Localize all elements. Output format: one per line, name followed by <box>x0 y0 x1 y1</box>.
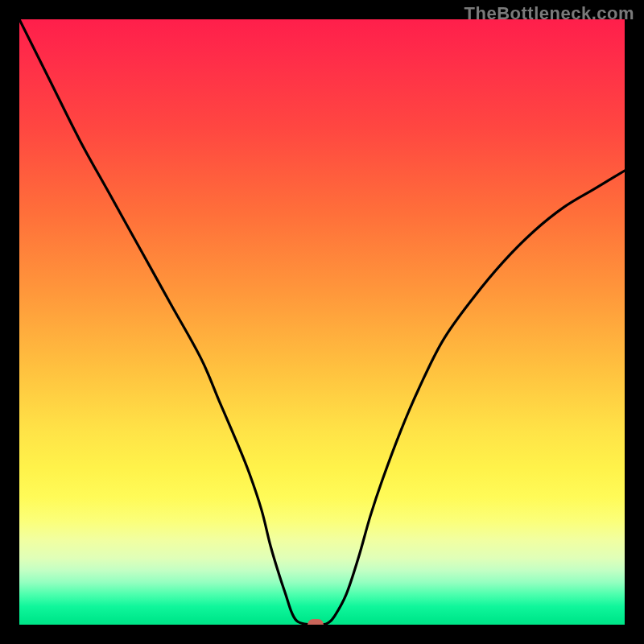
plot-area <box>19 19 625 625</box>
optimal-marker <box>308 619 324 625</box>
bottleneck-curve <box>19 19 625 625</box>
watermark-text: TheBottleneck.com <box>464 3 634 24</box>
curve-svg <box>19 19 625 625</box>
chart-frame: TheBottleneck.com <box>0 0 644 644</box>
